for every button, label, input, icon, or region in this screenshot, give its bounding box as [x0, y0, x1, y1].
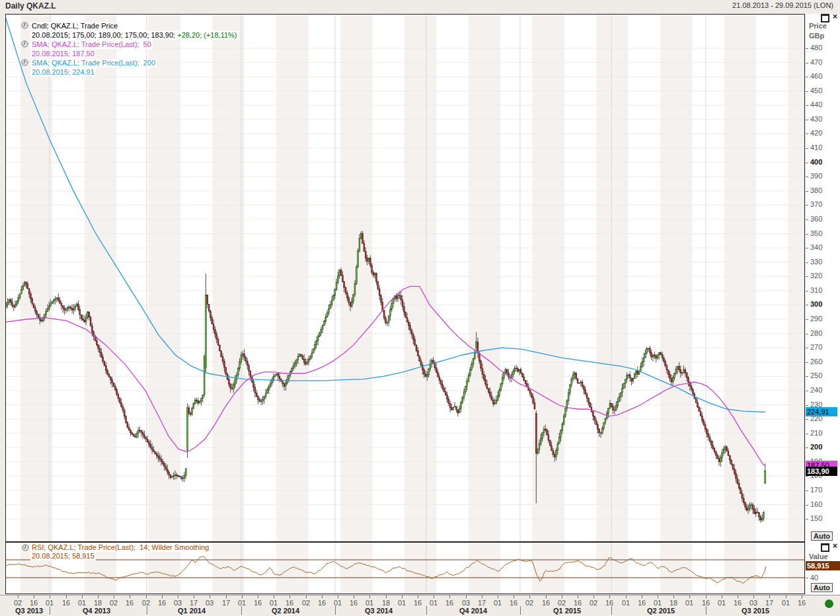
rsi-axis-tick: 40	[810, 574, 818, 582]
time-axis[interactable]: 0216011601180216021603170317011601160216…	[0, 595, 840, 616]
time-tick	[689, 596, 690, 598]
price-tick-dash	[806, 205, 808, 206]
price-chart-canvas[interactable]	[5, 14, 805, 542]
time-tick	[66, 596, 67, 598]
legend-ohlc-values: 20.08.2015; 175,00; 189,00; 175,00; 183,…	[32, 31, 177, 39]
time-tick	[82, 596, 83, 598]
collapse-clock-icon[interactable]	[21, 22, 28, 29]
quarter-separator	[241, 606, 242, 615]
time-tick	[786, 596, 786, 598]
time-axis-day-label: 01	[270, 599, 278, 607]
time-axis-day-label: 16	[638, 599, 646, 607]
connection-status-icon	[825, 599, 833, 608]
time-tick	[753, 596, 754, 598]
legend-sma200-value: 20.08.2015; 224,91	[30, 68, 96, 77]
rsi-value-badge[interactable]: 58,915	[806, 561, 840, 570]
time-axis-day-label: 01	[718, 599, 726, 607]
price-axis-tick: 160	[810, 500, 822, 508]
rsi-axis[interactable]: × Value 58,915 40 Auto	[806, 542, 840, 594]
time-tick	[114, 596, 114, 598]
title-bar: Daily QKAZ.L 21.08.2013 - 29.09.2015 (LO…	[0, 0, 840, 13]
time-tick	[482, 596, 482, 598]
rsi-axis-auto-button[interactable]: Auto	[811, 583, 833, 592]
price-axis-title: Price	[809, 22, 827, 30]
collapse-clock-icon[interactable]	[22, 544, 29, 551]
price-axis-tick: 240	[810, 386, 822, 394]
time-axis-quarter-label: Q2 2015	[647, 607, 675, 615]
legend-candle-series: Cndl; QKAZ.L; Trade Price	[30, 22, 119, 30]
quarter-separator	[335, 606, 336, 615]
time-tick	[306, 596, 307, 598]
collapse-clock-icon[interactable]	[21, 59, 28, 66]
time-tick	[338, 596, 338, 598]
price-tick-dash	[806, 419, 808, 420]
time-tick	[354, 596, 354, 598]
rsi-axis-title: Value	[809, 553, 828, 560]
time-axis-day-label: 16	[574, 599, 582, 607]
time-axis-day-label: 01	[494, 599, 502, 607]
price-axis-auto-button[interactable]: Auto	[811, 531, 833, 541]
price-axis-tick: 470	[810, 58, 822, 66]
price-axis-tick: 290	[810, 315, 822, 323]
time-tick	[562, 596, 562, 598]
maximize-icon[interactable]	[821, 543, 829, 552]
price-axis-tick: 410	[810, 143, 822, 151]
time-tick	[162, 596, 163, 598]
collapse-clock-icon[interactable]	[21, 40, 28, 48]
price-axis-tick: 330	[810, 258, 822, 266]
price-marker-badge[interactable]: 183,90	[806, 467, 837, 476]
legend-candle-values: 20.08.2015; 175,00; 189,00; 175,00; 183,…	[30, 31, 239, 40]
price-axis-unit: GBp	[809, 32, 824, 40]
time-tick	[449, 596, 450, 598]
quarter-separator	[50, 606, 50, 615]
price-tick-dash	[806, 391, 808, 391]
price-axis-tick: 360	[810, 215, 822, 223]
price-tick-dash	[806, 63, 808, 63]
price-axis-tick: 340	[810, 243, 822, 251]
time-axis-day-label: 16	[350, 599, 358, 607]
price-axis-tick: 310	[810, 286, 822, 294]
price-tick-dash	[806, 291, 808, 291]
time-axis-day-label: 02	[525, 599, 533, 607]
time-axis-day-label: 01	[238, 599, 246, 607]
price-tick-dash	[806, 219, 808, 220]
time-tick	[18, 596, 19, 598]
time-axis-day-label: 18	[382, 599, 390, 607]
time-axis-quarter-label: Q3 2013	[15, 607, 43, 615]
time-axis-quarter-label: Q4 2014	[459, 607, 487, 615]
close-icon[interactable]: ×	[833, 543, 837, 552]
price-tick-dash	[806, 519, 808, 520]
price-tick-dash	[806, 105, 808, 106]
price-tick-dash	[806, 234, 808, 235]
price-tick-dash	[806, 134, 808, 134]
time-tick	[434, 596, 434, 598]
time-axis-day-label: 03	[174, 599, 182, 607]
price-marker-badge[interactable]: 224,91	[806, 407, 837, 416]
price-tick-dash	[806, 276, 808, 277]
time-tick	[322, 596, 323, 598]
time-tick	[369, 596, 370, 598]
time-axis-quarter-label: Q4 2013	[83, 607, 110, 615]
time-axis-day-label: 01	[622, 599, 630, 607]
time-tick	[289, 596, 290, 598]
time-axis-day-label: 03	[462, 599, 470, 607]
time-axis-day-label: 16	[542, 599, 550, 607]
price-tick-dash	[806, 348, 808, 348]
price-axis-tick: 150	[810, 514, 822, 522]
time-tick	[546, 596, 547, 598]
price-tick-dash	[806, 191, 808, 192]
price-axis-tick: 460	[810, 72, 822, 80]
time-axis-day-label: 16	[605, 599, 613, 607]
time-axis-day-label: 01	[365, 599, 373, 607]
close-icon[interactable]: ×	[833, 14, 837, 22]
time-axis-day-label: 01	[654, 599, 662, 607]
price-axis-tick: 480	[810, 44, 822, 52]
price-axis[interactable]: × Price GBp 1501601701801902002102202302…	[806, 14, 840, 542]
time-axis-quarter-label: Q3 2015	[742, 607, 769, 615]
price-axis-tick: 270	[810, 343, 822, 351]
price-axis-tick: 260	[810, 358, 822, 366]
price-tick-dash	[806, 505, 808, 506]
time-axis-day-label: 01	[398, 599, 406, 607]
time-tick	[609, 596, 610, 598]
maximize-icon[interactable]	[821, 14, 829, 22]
